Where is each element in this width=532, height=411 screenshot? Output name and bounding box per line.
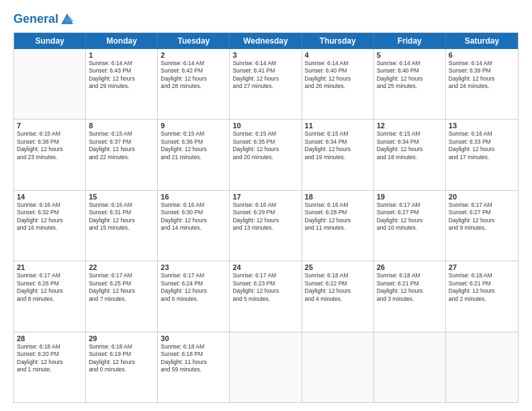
logo-text: General — [13, 13, 58, 26]
day-number: 27 — [449, 263, 515, 271]
day-number: 7 — [17, 122, 83, 130]
calendar-header: SundayMondayTuesdayWednesdayThursdayFrid… — [14, 33, 518, 49]
calendar-cell: 27Sunrise: 6:18 AM Sunset: 6:21 PM Dayli… — [446, 261, 518, 331]
cell-info: Sunrise: 6:16 AM Sunset: 6:30 PM Dayligh… — [161, 201, 226, 232]
header: General — [13, 12, 519, 27]
day-number: 8 — [89, 122, 154, 130]
calendar-cell: 19Sunrise: 6:17 AM Sunset: 6:27 PM Dayli… — [374, 191, 446, 261]
cell-info: Sunrise: 6:14 AM Sunset: 6:40 PM Dayligh… — [377, 60, 443, 91]
cell-info: Sunrise: 6:16 AM Sunset: 6:29 PM Dayligh… — [232, 201, 298, 232]
cell-info: Sunrise: 6:16 AM Sunset: 6:31 PM Dayligh… — [89, 201, 154, 232]
page: General SundayMondayTuesdayWednesdayThur… — [0, 0, 532, 411]
calendar-cell: 2Sunrise: 6:14 AM Sunset: 6:42 PM Daylig… — [158, 49, 230, 119]
calendar-cell: 4Sunrise: 6:14 AM Sunset: 6:40 PM Daylig… — [302, 49, 374, 119]
calendar-header-cell: Thursday — [302, 33, 374, 49]
day-number: 15 — [89, 193, 154, 201]
calendar-row: 7Sunrise: 6:15 AM Sunset: 6:38 PM Daylig… — [14, 120, 518, 190]
calendar-cell: 20Sunrise: 6:17 AM Sunset: 6:27 PM Dayli… — [446, 191, 518, 261]
cell-info: Sunrise: 6:15 AM Sunset: 6:35 PM Dayligh… — [232, 130, 298, 161]
calendar-cell: 6Sunrise: 6:14 AM Sunset: 6:39 PM Daylig… — [446, 49, 518, 119]
day-number: 12 — [377, 122, 443, 130]
cell-info: Sunrise: 6:18 AM Sunset: 6:22 PM Dayligh… — [305, 272, 371, 303]
day-number: 20 — [449, 193, 515, 201]
calendar-row: 21Sunrise: 6:17 AM Sunset: 6:26 PM Dayli… — [14, 261, 518, 332]
cell-info: Sunrise: 6:18 AM Sunset: 6:21 PM Dayligh… — [377, 272, 443, 303]
cell-info: Sunrise: 6:15 AM Sunset: 6:34 PM Dayligh… — [305, 130, 371, 161]
day-number: 26 — [377, 263, 443, 271]
cell-info: Sunrise: 6:17 AM Sunset: 6:26 PM Dayligh… — [17, 272, 83, 303]
cell-info: Sunrise: 6:18 AM Sunset: 6:19 PM Dayligh… — [89, 343, 154, 374]
day-number: 29 — [89, 334, 154, 342]
calendar-header-cell: Wednesday — [230, 33, 302, 49]
calendar-cell — [374, 332, 446, 402]
calendar-cell: 1Sunrise: 6:14 AM Sunset: 6:43 PM Daylig… — [86, 49, 158, 119]
day-number: 19 — [377, 193, 443, 201]
cell-info: Sunrise: 6:18 AM Sunset: 6:18 PM Dayligh… — [161, 343, 226, 374]
calendar-cell: 14Sunrise: 6:16 AM Sunset: 6:32 PM Dayli… — [14, 191, 86, 261]
cell-info: Sunrise: 6:15 AM Sunset: 6:38 PM Dayligh… — [17, 130, 83, 161]
cell-info: Sunrise: 6:17 AM Sunset: 6:23 PM Dayligh… — [232, 272, 298, 303]
calendar-cell: 3Sunrise: 6:14 AM Sunset: 6:41 PM Daylig… — [230, 49, 302, 119]
calendar-header-cell: Tuesday — [158, 33, 230, 49]
cell-info: Sunrise: 6:15 AM Sunset: 6:36 PM Dayligh… — [161, 130, 226, 161]
day-number: 5 — [377, 51, 443, 59]
day-number: 22 — [89, 263, 154, 271]
calendar-cell: 13Sunrise: 6:16 AM Sunset: 6:33 PM Dayli… — [446, 120, 518, 189]
cell-info: Sunrise: 6:18 AM Sunset: 6:21 PM Dayligh… — [449, 272, 515, 303]
day-number: 23 — [161, 263, 226, 271]
cell-info: Sunrise: 6:14 AM Sunset: 6:41 PM Dayligh… — [232, 60, 298, 91]
cell-info: Sunrise: 6:14 AM Sunset: 6:40 PM Dayligh… — [305, 60, 371, 91]
calendar-cell — [230, 332, 302, 402]
calendar-header-cell: Saturday — [446, 33, 518, 49]
day-number: 4 — [305, 51, 371, 59]
day-number: 6 — [449, 51, 515, 59]
day-number: 18 — [305, 193, 371, 201]
cell-info: Sunrise: 6:15 AM Sunset: 6:37 PM Dayligh… — [89, 130, 154, 161]
cell-info: Sunrise: 6:14 AM Sunset: 6:43 PM Dayligh… — [89, 60, 154, 91]
day-number: 17 — [232, 193, 298, 201]
calendar-row: 1Sunrise: 6:14 AM Sunset: 6:43 PM Daylig… — [14, 49, 518, 120]
cell-info: Sunrise: 6:14 AM Sunset: 6:39 PM Dayligh… — [449, 60, 515, 91]
day-number: 16 — [161, 193, 226, 201]
calendar: SundayMondayTuesdayWednesdayThursdayFrid… — [13, 32, 519, 403]
day-number: 13 — [449, 122, 515, 130]
cell-info: Sunrise: 6:16 AM Sunset: 6:28 PM Dayligh… — [305, 201, 371, 232]
calendar-cell: 8Sunrise: 6:15 AM Sunset: 6:37 PM Daylig… — [86, 120, 158, 189]
day-number: 9 — [161, 122, 226, 130]
cell-info: Sunrise: 6:17 AM Sunset: 6:27 PM Dayligh… — [449, 201, 515, 232]
day-number: 25 — [305, 263, 371, 271]
calendar-cell: 28Sunrise: 6:18 AM Sunset: 6:20 PM Dayli… — [14, 332, 86, 402]
day-number: 10 — [232, 122, 298, 130]
calendar-cell: 7Sunrise: 6:15 AM Sunset: 6:38 PM Daylig… — [14, 120, 86, 189]
calendar-header-cell: Monday — [86, 33, 158, 49]
calendar-cell: 9Sunrise: 6:15 AM Sunset: 6:36 PM Daylig… — [158, 120, 230, 189]
logo: General — [13, 12, 75, 27]
calendar-cell: 24Sunrise: 6:17 AM Sunset: 6:23 PM Dayli… — [230, 261, 302, 331]
cell-info: Sunrise: 6:14 AM Sunset: 6:42 PM Dayligh… — [161, 60, 226, 91]
cell-info: Sunrise: 6:17 AM Sunset: 6:27 PM Dayligh… — [377, 201, 443, 232]
calendar-cell: 21Sunrise: 6:17 AM Sunset: 6:26 PM Dayli… — [14, 261, 86, 331]
calendar-header-cell: Sunday — [14, 33, 86, 49]
calendar-cell: 25Sunrise: 6:18 AM Sunset: 6:22 PM Dayli… — [302, 261, 374, 331]
calendar-body: 1Sunrise: 6:14 AM Sunset: 6:43 PM Daylig… — [14, 49, 518, 402]
calendar-cell: 10Sunrise: 6:15 AM Sunset: 6:35 PM Dayli… — [230, 120, 302, 189]
calendar-cell: 17Sunrise: 6:16 AM Sunset: 6:29 PM Dayli… — [230, 191, 302, 261]
calendar-cell: 23Sunrise: 6:17 AM Sunset: 6:24 PM Dayli… — [158, 261, 230, 331]
calendar-cell: 5Sunrise: 6:14 AM Sunset: 6:40 PM Daylig… — [374, 49, 446, 119]
day-number: 28 — [17, 334, 83, 342]
calendar-cell: 11Sunrise: 6:15 AM Sunset: 6:34 PM Dayli… — [302, 120, 374, 189]
day-number: 24 — [232, 263, 298, 271]
logo-icon — [60, 12, 75, 27]
calendar-cell: 18Sunrise: 6:16 AM Sunset: 6:28 PM Dayli… — [302, 191, 374, 261]
calendar-cell: 30Sunrise: 6:18 AM Sunset: 6:18 PM Dayli… — [158, 332, 230, 402]
cell-info: Sunrise: 6:15 AM Sunset: 6:34 PM Dayligh… — [377, 130, 443, 161]
day-number: 21 — [17, 263, 83, 271]
cell-info: Sunrise: 6:16 AM Sunset: 6:32 PM Dayligh… — [17, 201, 83, 232]
cell-info: Sunrise: 6:17 AM Sunset: 6:25 PM Dayligh… — [89, 272, 154, 303]
day-number: 2 — [161, 51, 226, 59]
day-number: 1 — [89, 51, 154, 59]
calendar-cell: 12Sunrise: 6:15 AM Sunset: 6:34 PM Dayli… — [374, 120, 446, 189]
day-number: 3 — [232, 51, 298, 59]
calendar-cell: 22Sunrise: 6:17 AM Sunset: 6:25 PM Dayli… — [86, 261, 158, 331]
cell-info: Sunrise: 6:16 AM Sunset: 6:33 PM Dayligh… — [449, 130, 515, 161]
